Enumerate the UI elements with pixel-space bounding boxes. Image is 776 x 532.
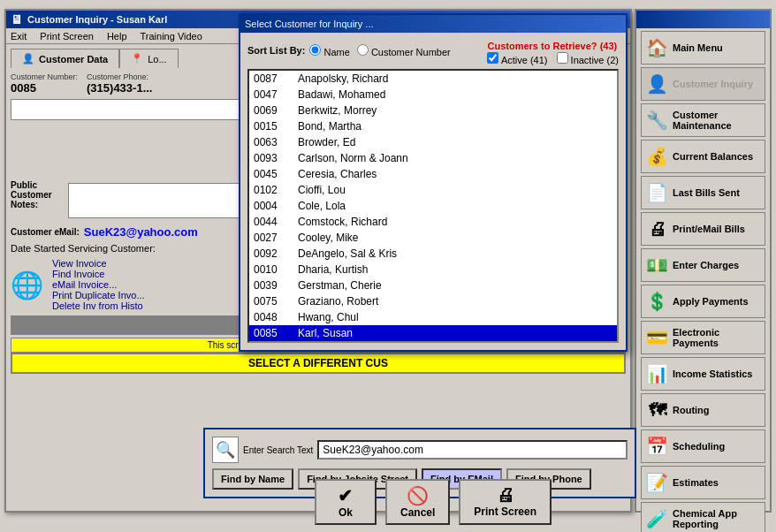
customer-row[interactable]: 0044Comstock, Richard — [249, 214, 617, 230]
sort-row: Sort List By: Name Customer Number Custo… — [247, 40, 619, 65]
delete-invoice[interactable]: Delete Inv from Histo — [52, 300, 145, 311]
apply-payments-icon: 💲 — [646, 291, 668, 312]
retrieve-section: Customers to Retrieve? (43) Active (41) … — [487, 40, 619, 65]
sidebar-btn-routing[interactable]: 🗺Routing — [641, 393, 765, 427]
customer-row[interactable]: 0004Cole, Lola — [249, 198, 617, 214]
modal-title-bar: Select Customer for Inquiry ... — [240, 15, 626, 33]
sort-name-radio[interactable]: Name — [309, 44, 349, 57]
invoice-icon: 🌐 — [11, 270, 43, 300]
search-input[interactable] — [317, 440, 628, 460]
active-checkbox[interactable]: Active (41) — [487, 52, 547, 65]
notes-label: Public Customer Notes: — [11, 180, 64, 221]
sidebar-btn-print-email-bills[interactable]: 🖨Print/eMail Bills — [641, 212, 765, 246]
email-invoice[interactable]: eMail Invoice... — [52, 279, 145, 290]
cancel-icon: 🚫 — [407, 485, 429, 506]
sidebar-btn-enter-charges[interactable]: 💵Enter Charges — [641, 248, 765, 282]
estimates-icon: 📝 — [646, 472, 668, 493]
sort-number-radio[interactable]: Customer Number — [357, 44, 451, 57]
print-screen-label: Print Screen — [474, 505, 536, 518]
view-invoice[interactable]: View Invoice — [52, 258, 145, 269]
main-window-title: Customer Inquiry - Susan Karl — [27, 14, 167, 25]
search-row: 🔍 Enter Search Text — [212, 437, 628, 463]
sidebar-btn-customer-maintenance[interactable]: 🔧Customer Maintenance — [641, 103, 765, 137]
chemical-app-reporting-icon: 🧪 — [646, 508, 668, 529]
menu-training-video[interactable]: Training Video — [141, 31, 202, 42]
customer-phone-label: Customer Phone: — [87, 72, 152, 81]
customer-row[interactable]: 0010Dharia, Kurtish — [249, 262, 617, 277]
action-bar: ✔ Ok 🚫 Cancel 🖨 Print Screen — [239, 479, 628, 525]
ok-button[interactable]: ✔ Ok — [315, 479, 377, 525]
sidebar-btn-scheduling[interactable]: 📅Scheduling — [641, 429, 765, 463]
customer-row[interactable]: 0102Cioffi, Lou — [249, 182, 617, 198]
menu-help[interactable]: Help — [107, 31, 127, 42]
sidebar-btn-customer-inquiry[interactable]: 👤Customer Inquiry — [641, 67, 765, 101]
sort-options: Sort List By: Name Customer Number — [247, 44, 451, 57]
print-duplicate-invoice[interactable]: Print Duplicate Invo... — [52, 290, 145, 300]
find-invoice[interactable]: Find Invoice — [52, 269, 145, 279]
sidebar-btn-income-statistics[interactable]: 📊Income Statistics — [641, 357, 765, 391]
sidebar-btn-electronic-payments[interactable]: 💳Electronic Payments — [641, 321, 765, 354]
customer-list[interactable]: 0087Anapolsky, Richard0047Badawi, Mohame… — [247, 69, 619, 343]
tab-label: Customer Data — [39, 54, 108, 65]
enter-charges-icon: 💵 — [646, 255, 668, 276]
ok-label: Ok — [339, 506, 353, 519]
customer-row[interactable]: 0085Karl, Susan — [249, 325, 617, 341]
print-screen-button[interactable]: 🖨 Print Screen — [459, 479, 552, 525]
customer-row[interactable]: 0039Gerstman, Cherie — [249, 277, 617, 293]
select-customer-modal: Select Customer for Inquiry ... Sort Lis… — [239, 13, 628, 352]
customer-row[interactable]: 0063Browder, Ed — [249, 134, 617, 150]
scheduling-icon: 📅 — [646, 436, 668, 457]
tab-customer-data[interactable]: 👤 Customer Data — [11, 49, 119, 68]
sidebar-btn-chemical-app-reporting[interactable]: 🧪Chemical App Reporting — [641, 502, 765, 532]
cancel-label: Cancel — [400, 506, 435, 519]
customer-row[interactable]: 0045Ceresia, Charles — [249, 166, 617, 182]
customer-row[interactable]: 0048Hwang, Chul — [249, 309, 617, 325]
customer-row[interactable]: 0087Anapolsky, Richard — [249, 71, 617, 87]
customer-row[interactable]: 0015Bond, Martha — [249, 118, 617, 134]
main-menu-icon: 🏠 — [646, 37, 668, 58]
sidebar-btn-estimates[interactable]: 📝Estimates — [641, 466, 765, 499]
tab-icon: 👤 — [22, 53, 34, 65]
customer-number-value: 0085 — [11, 81, 78, 95]
tab-loc-label: Lo... — [148, 54, 166, 65]
sort-radio-group: Name Customer Number — [309, 44, 450, 57]
sidebar-btn-main-menu[interactable]: 🏠Main Menu — [641, 31, 765, 65]
modal-content: Sort List By: Name Customer Number Custo… — [240, 33, 626, 350]
cancel-button[interactable]: 🚫 Cancel — [385, 479, 450, 525]
customer-inquiry-icon: 👤 — [646, 73, 668, 95]
sidebar-title-bar — [636, 11, 770, 28]
customer-row[interactable]: 0026Kivort, Stanley — [249, 341, 617, 343]
window-icon: 🖥 — [11, 12, 23, 27]
search-text-label: Enter Search Text — [243, 445, 313, 455]
customer-row[interactable]: 0047Badawi, Mohamed — [249, 87, 617, 103]
sidebar-btn-current-balances[interactable]: 💰Current Balances — [641, 140, 765, 173]
sidebar-btn-apply-payments[interactable]: 💲Apply Payments — [641, 285, 765, 318]
customers-to-retrieve: Customers to Retrieve? (43) — [487, 41, 617, 51]
sidebar-buttons: 🏠Main Menu👤Customer Inquiry🔧Customer Mai… — [636, 31, 770, 532]
customer-row[interactable]: 0075Graziano, Robert — [249, 293, 617, 309]
customer-row[interactable]: 0092DeAngelo, Sal & Kris — [249, 246, 617, 262]
customer-row[interactable]: 0093Carlson, Norm & Joann — [249, 150, 617, 166]
customer-row[interactable]: 0027Cooley, Mike — [249, 230, 617, 246]
customer-phone-field: Customer Phone: (315)433-1... — [87, 72, 152, 95]
current-balances-icon: 💰 — [646, 146, 668, 167]
last-bills-sent-icon: 📄 — [646, 182, 668, 203]
customer-maintenance-icon: 🔧 — [646, 110, 668, 131]
customer-email-value: SueK23@yahoo.com — [84, 224, 198, 240]
email-label: Customer eMail: — [11, 227, 80, 237]
customer-row[interactable]: 0069Berkwitz, Morrey — [249, 103, 617, 118]
routing-icon: 🗺 — [646, 400, 668, 421]
search-icon: 🔍 — [212, 437, 239, 463]
invoice-links: View Invoice Find Invoice eMail Invoice.… — [52, 258, 145, 311]
menu-print-screen[interactable]: Print Screen — [40, 31, 94, 42]
inactive-checkbox[interactable]: Inactive (2) — [557, 52, 619, 65]
sort-label: Sort List By: — [247, 45, 305, 56]
tab-location[interactable]: 📍 Lo... — [119, 49, 178, 68]
income-statistics-icon: 📊 — [646, 363, 668, 384]
right-sidebar: 🏠Main Menu👤Customer Inquiry🔧Customer Mai… — [635, 9, 772, 513]
sidebar-btn-last-bills-sent[interactable]: 📄Last Bills Sent — [641, 176, 765, 209]
print-icon: 🖨 — [497, 485, 514, 505]
select-different-button[interactable]: SELECT A DIFFERENT CUS — [11, 353, 626, 374]
menu-exit[interactable]: Exit — [11, 31, 27, 42]
customer-phone-value: (315)433-1... — [87, 81, 152, 95]
